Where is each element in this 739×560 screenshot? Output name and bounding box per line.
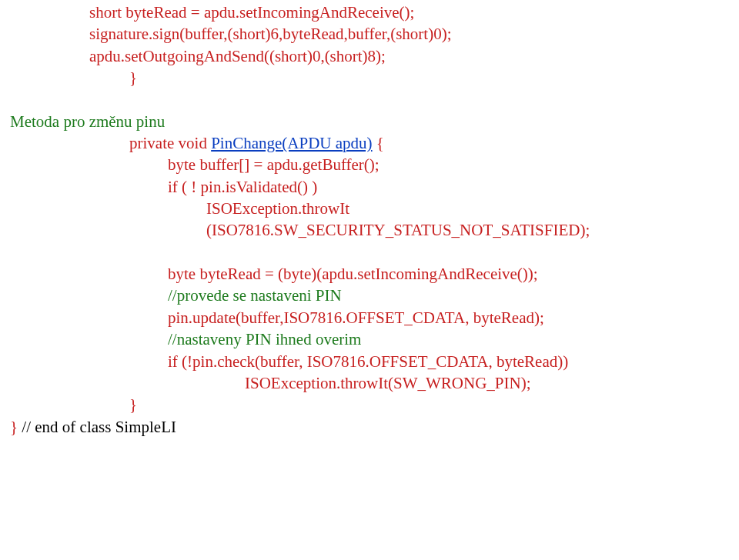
code-line: if (!pin.check(buffer, ISO7816.OFFSET_CD… (6, 351, 733, 372)
blank-line (6, 88, 733, 110)
code-comment: //nastaveny PIN ihned overim (6, 328, 733, 350)
code-comment: //provede se nastaveni PIN (6, 285, 733, 306)
blank-line (6, 242, 733, 263)
code-line: } (6, 394, 733, 415)
end-comment: // end of class SimpleLI (18, 418, 176, 436)
code-line: ISOException.throwIt (6, 198, 733, 219)
code-document: short byteRead = apdu.setIncomingAndRece… (0, 0, 739, 444)
method-link-pinchange[interactable]: PinChange(APDU apdu) (211, 134, 372, 152)
code-line: ISOException.throwIt(SW_WRONG_PIN); (6, 372, 733, 394)
code-line: pin.update(buffer,ISO7816.OFFSET_CDATA, … (6, 307, 733, 328)
brace: } (10, 418, 18, 436)
code-line: if ( ! pin.isValidated() ) (6, 176, 733, 198)
section-comment: Metoda pro změnu pinu (6, 111, 733, 132)
code-line: short byteRead = apdu.setIncomingAndRece… (6, 2, 733, 23)
code-line: byte buffer[] = apdu.getBuffer(); (6, 154, 733, 175)
code-line: (ISO7816.SW_SECURITY_STATUS_NOT_SATISFIE… (6, 219, 733, 241)
code-line: } // end of class SimpleLI (6, 416, 733, 438)
code-line: } (6, 67, 733, 88)
code-line: private void PinChange(APDU apdu) { (6, 132, 733, 154)
brace: { (373, 134, 384, 152)
keyword: private void (129, 134, 207, 152)
code-line: byte byteRead = (byte)(apdu.setIncomingA… (6, 263, 733, 285)
code-line: apdu.setOutgoingAndSend((short)0,(short)… (6, 45, 733, 67)
code-line: signature.sign(buffer,(short)6,byteRead,… (6, 23, 733, 45)
